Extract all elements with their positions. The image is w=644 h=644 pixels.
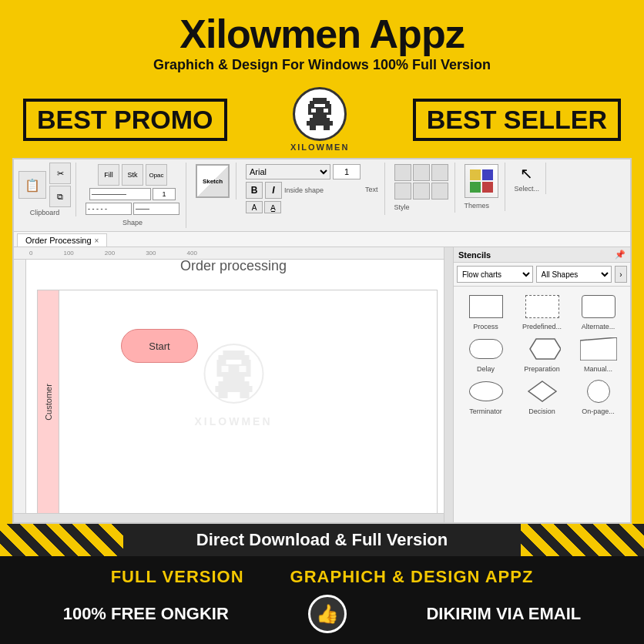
- bold-button[interactable]: B: [246, 182, 263, 199]
- style-2[interactable]: [413, 164, 430, 181]
- svg-marker-31: [528, 381, 556, 401]
- select-label: Select...: [515, 185, 540, 193]
- swimlane-header: Customer: [38, 290, 59, 514]
- style-3[interactable]: [431, 164, 448, 181]
- top-header: Xilowmen Appz Graphich & Design For Wind…: [0, 0, 644, 81]
- shape-preview-process: [467, 293, 505, 320]
- dash-style[interactable]: - - - - -: [86, 203, 132, 215]
- font-select[interactable]: Arial: [246, 164, 330, 179]
- shape-item-preparation[interactable]: Preparation: [516, 335, 568, 373]
- shape-item-delay[interactable]: Delay: [460, 335, 512, 373]
- fill-button[interactable]: Fill: [98, 164, 119, 186]
- clipboard-icons: 📋 ✂ ⧉: [18, 163, 71, 207]
- shapes-grid: Process Predefined... Alte: [454, 287, 630, 421]
- sketch-button[interactable]: Sketch: [196, 164, 230, 198]
- footer-graphich-design: GRAPHICH & DESIGN APPZ: [290, 567, 534, 587]
- shape-svg-manual: [580, 337, 617, 361]
- svg-marker-29: [530, 339, 561, 359]
- svg-marker-30: [580, 337, 617, 361]
- style-5[interactable]: [413, 183, 430, 200]
- copy-button[interactable]: ⧉: [49, 186, 71, 207]
- cut-button[interactable]: ✂: [49, 163, 71, 184]
- select-cursor-icon[interactable]: ↖: [520, 164, 533, 183]
- stripe-right: [521, 524, 644, 556]
- shape-item-manual[interactable]: Manual...: [572, 335, 624, 373]
- stroke-button[interactable]: Stk: [122, 164, 143, 186]
- shape-label-manual: Manual...: [584, 365, 612, 373]
- app-subtitle: Graphich & Design For Windows 100% Full …: [15, 57, 629, 73]
- shape-label-onpage: On-page...: [582, 408, 615, 415]
- stencils-header: Stencils 📌: [454, 247, 630, 263]
- shapes-filter[interactable]: All Shapes: [536, 266, 612, 283]
- font-highlight-btn[interactable]: A̲: [264, 201, 281, 213]
- vertical-scrollbar[interactable]: [444, 247, 453, 522]
- ruler-left: [14, 260, 26, 513]
- shape-oval-terminator: [469, 381, 503, 401]
- svg-rect-1: [310, 101, 330, 104]
- shape-label-alternate: Alternate...: [582, 323, 615, 330]
- paste-button[interactable]: 📋: [18, 171, 46, 199]
- svg-rect-8: [310, 118, 330, 121]
- tab-close-button[interactable]: ×: [95, 236, 99, 245]
- stencils-panel: Stencils 📌 Flow charts All Shapes ›: [453, 247, 630, 522]
- svg-rect-3: [325, 104, 331, 107]
- shape-item-onpage[interactable]: On-page...: [572, 377, 624, 415]
- stencils-filters: Flow charts All Shapes ›: [454, 263, 630, 287]
- tabs-bar: Order Processing ×: [14, 232, 630, 247]
- shape-item-process[interactable]: Process: [460, 293, 512, 330]
- canvas-area[interactable]: 0 100 200 300 400 Order processing: [14, 247, 453, 522]
- style-6[interactable]: [431, 183, 448, 200]
- text-group: Arial B I Inside shape A A̲ Text: [240, 163, 385, 215]
- italic-button[interactable]: I: [265, 182, 282, 199]
- select-group: ↖ Select...: [508, 163, 547, 194]
- line-style-select[interactable]: —————: [89, 188, 151, 200]
- shape-preview-decision: [523, 377, 562, 405]
- logo-svg: [299, 93, 340, 135]
- footer-free-ongkir: 100% FREE ONGKIR: [63, 604, 229, 624]
- svg-rect-12: [470, 169, 481, 180]
- tab-order-processing[interactable]: Order Processing ×: [17, 233, 107, 247]
- line-weight-input[interactable]: 1: [153, 188, 176, 200]
- best-seller-badge: BEST SELLER: [413, 99, 621, 141]
- shape-label-decision: Decision: [528, 408, 555, 415]
- shape-circle-onpage: [587, 380, 610, 403]
- shape-preview-manual: [579, 335, 618, 363]
- horizontal-scrollbar[interactable]: [14, 513, 444, 522]
- stencils-expand-btn[interactable]: ›: [615, 266, 627, 283]
- shape-item-terminator[interactable]: Terminator: [460, 377, 512, 415]
- shape-rect-process: [469, 295, 503, 318]
- footer-row1: FULL VERSION GRAPHICH & DESIGN APPZ: [23, 567, 621, 587]
- style-1[interactable]: [394, 164, 411, 181]
- font-size-input[interactable]: [333, 164, 361, 179]
- svg-rect-14: [470, 182, 481, 193]
- bottom-banner-text: Direct Download & Full Version: [196, 530, 448, 550]
- shape-svg-preparation: [524, 337, 561, 361]
- svg-rect-2: [308, 104, 314, 107]
- stencils-pin-icon: 📌: [615, 250, 626, 260]
- category-filter[interactable]: Flow charts: [457, 266, 533, 283]
- inside-shape-label: Inside shape: [284, 186, 324, 194]
- style-label: Style: [394, 203, 448, 211]
- main-container: Xilowmen Appz Graphich & Design For Wind…: [0, 0, 644, 644]
- shape-preview-alternate: [579, 293, 618, 320]
- best-promo-badge: BEST PROMO: [23, 99, 227, 141]
- shape-item-predefined[interactable]: Predefined...: [516, 293, 568, 330]
- shape-item-decision[interactable]: Decision: [516, 377, 568, 415]
- shape-preview-predefined: [523, 293, 562, 320]
- clipboard-group: 📋 ✂ ⧉ Clipboard: [18, 163, 76, 216]
- themes-preview[interactable]: [465, 164, 498, 198]
- style-group: Style: [388, 163, 455, 213]
- swimlane-label: Customer: [44, 384, 53, 421]
- text-label: Text: [365, 186, 378, 193]
- footer-row2: 100% FREE ONGKIR 👍 DIKIRIM VIA EMAIL: [23, 595, 621, 633]
- themes-label: Themes: [465, 202, 498, 210]
- start-shape[interactable]: Start: [121, 329, 198, 363]
- font-color-btn[interactable]: A: [246, 201, 263, 213]
- line-end[interactable]: ——: [133, 203, 179, 215]
- opacity-button[interactable]: Opac: [146, 164, 167, 186]
- swimlane-content: Start: [59, 290, 437, 514]
- style-4[interactable]: [394, 183, 411, 200]
- shape-item-alternate[interactable]: Alternate...: [572, 293, 624, 330]
- themes-group: Themes: [458, 163, 505, 211]
- sketch-label: Sketch: [203, 178, 223, 185]
